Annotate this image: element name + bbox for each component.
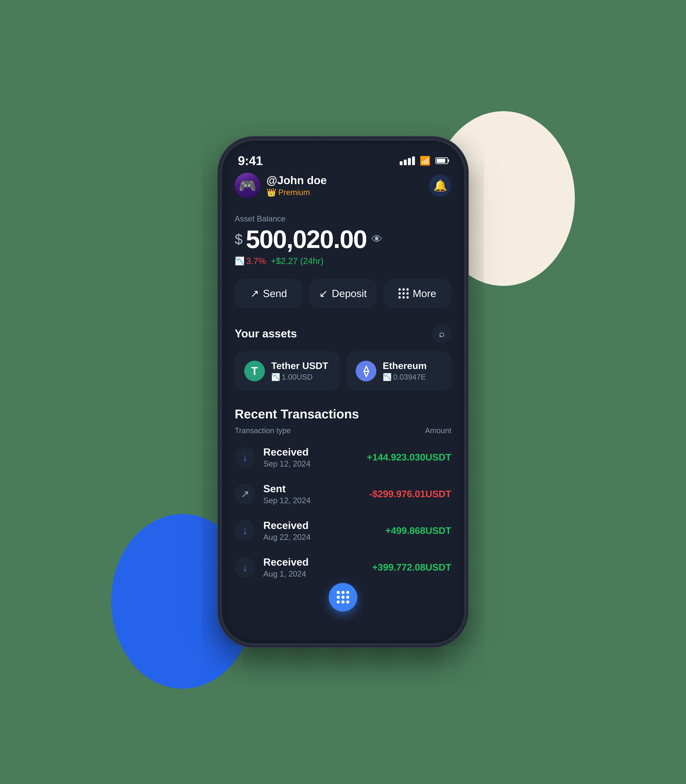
balance-change: 📉 3.7% +$2.27 (24hr) [235, 256, 451, 266]
battery-fill [437, 158, 445, 163]
ethereum-value: 📉 0.03947E [383, 372, 427, 381]
tx-date-2: Sep 12, 2024 [263, 496, 310, 505]
avatar: 🎮 [235, 173, 260, 198]
avatar-image: 🎮 [235, 173, 260, 198]
ethereum-name: Ethereum [383, 361, 427, 371]
signal-icon [400, 157, 415, 165]
more-label: More [413, 287, 436, 299]
asset-card-tether[interactable]: T Tether USDT 📉 1.00USD [235, 351, 340, 391]
ethereum-logo: ⟠ [356, 361, 376, 381]
search-button[interactable]: ⌕ [432, 324, 451, 343]
tether-info: Tether USDT 📉 1.00USD [271, 361, 328, 381]
tether-trend-icon: 📉 [271, 373, 280, 381]
phone-frame: 9:41 📶 🎮 [219, 138, 467, 646]
status-bar: 9:41 📶 [222, 141, 464, 173]
tx-amount-4: +399.772.08USDT [372, 562, 451, 573]
tether-logo: T [244, 361, 265, 381]
tx-amount-1: +144.923.030USDT [367, 452, 451, 463]
deposit-label: Deposit [332, 287, 367, 299]
transaction-item[interactable]: ↓ Received Aug 1, 2024 +399.772.08USDT [235, 551, 451, 583]
tether-symbol: T [251, 365, 258, 377]
phone-wrapper: 9:41 📶 🎮 [219, 138, 467, 646]
tether-price: 1.00USD [282, 372, 313, 381]
tx-amount-2: -$299.976.01USDT [369, 488, 451, 499]
send-label: Send [263, 287, 287, 299]
change-percent: 📉 3.7% [235, 256, 266, 266]
ethereum-trend-icon: 📉 [383, 373, 392, 381]
tx-col-amount-label: Amount [425, 426, 451, 435]
signal-bar-2 [404, 160, 407, 165]
tx-amount-3: +499.868USDT [385, 525, 451, 536]
user-info: 🎮 @John doe 👑 Premium [235, 173, 327, 198]
tx-date-4: Aug 1, 2024 [263, 569, 309, 578]
balance-row: $ 500,020.00 👁 [235, 227, 451, 252]
tx-date-3: Aug 22, 2024 [263, 532, 310, 542]
tx-type-2: Sent [263, 483, 310, 495]
signal-bar-1 [400, 161, 403, 165]
tx-type-3: Received [263, 519, 310, 531]
tx-details-1: Received Sep 12, 2024 [263, 446, 310, 469]
notification-button[interactable]: 🔔 [429, 175, 451, 197]
status-time: 9:41 [238, 154, 263, 168]
phone-content[interactable]: 🎮 @John doe 👑 Premium 🔔 Asset B [222, 173, 464, 643]
ethereum-symbol: ⟠ [363, 364, 369, 377]
assets-header: Your assets ⌕ [235, 324, 451, 343]
status-icons: 📶 [400, 156, 448, 166]
change-amount-value: +$2.27 (24hr) [271, 256, 323, 266]
search-icon: ⌕ [439, 328, 444, 339]
more-button[interactable]: More [383, 279, 451, 308]
transactions-title: Recent Transactions [235, 407, 451, 421]
received-arrow-icon-4: ↓ [242, 561, 248, 573]
header: 🎮 @John doe 👑 Premium 🔔 [235, 173, 451, 198]
tether-name: Tether USDT [271, 361, 328, 371]
transaction-item[interactable]: ↓ Received Sep 12, 2024 +144.923.030USDT [235, 441, 451, 473]
change-percent-value: 3.7% [246, 256, 266, 266]
tx-received-icon-1: ↓ [235, 447, 255, 467]
deposit-icon: ↙ [319, 287, 328, 299]
tx-sent-icon-2: ↗ [235, 483, 255, 504]
ethereum-price: 0.03947E [393, 372, 426, 381]
assets-title: Your assets [235, 327, 297, 340]
more-icon [399, 288, 409, 299]
received-arrow-icon-3: ↓ [242, 524, 248, 537]
tx-left-3: ↓ Received Aug 22, 2024 [235, 519, 310, 542]
trend-down-icon: 📉 [235, 256, 245, 266]
asset-card-ethereum[interactable]: ⟠ Ethereum 📉 0.03947E [346, 351, 451, 391]
send-button[interactable]: ↗ Send [235, 279, 303, 308]
fab-button[interactable] [329, 583, 357, 611]
tx-details-4: Received Aug 1, 2024 [263, 556, 309, 578]
tx-details-3: Received Aug 22, 2024 [263, 519, 310, 542]
user-text: @John doe 👑 Premium [266, 174, 327, 197]
visibility-toggle-icon[interactable]: 👁 [371, 233, 382, 245]
signal-bar-3 [408, 158, 411, 165]
balance-amount: 500,020.00 [246, 227, 367, 252]
deposit-button[interactable]: ↙ Deposit [309, 279, 377, 308]
transactions-header: Transaction type Amount [235, 426, 451, 435]
bell-icon: 🔔 [433, 179, 447, 192]
signal-bar-4 [412, 157, 415, 165]
tx-col-type-label: Transaction type [235, 426, 291, 435]
transactions-section: Recent Transactions Transaction type Amo… [235, 407, 451, 583]
fab-icon [336, 591, 350, 604]
transaction-item[interactable]: ↓ Received Aug 22, 2024 +499.868USDT [235, 514, 451, 547]
send-icon: ↗ [250, 287, 259, 299]
tx-type-4: Received [263, 556, 309, 568]
tx-received-icon-4: ↓ [235, 557, 255, 578]
username: @John doe [266, 174, 327, 186]
premium-label: Premium [278, 188, 310, 197]
tx-received-icon-3: ↓ [235, 520, 255, 541]
crown-icon: 👑 [266, 188, 276, 197]
tx-left-4: ↓ Received Aug 1, 2024 [235, 556, 309, 578]
battery-icon [435, 157, 448, 164]
action-buttons: ↗ Send ↙ Deposit [235, 279, 451, 308]
sent-arrow-icon: ↗ [241, 488, 249, 500]
tether-value: 📉 1.00USD [271, 372, 328, 381]
transaction-list: ↓ Received Sep 12, 2024 +144.923.030USDT [235, 441, 451, 583]
transaction-item[interactable]: ↗ Sent Sep 12, 2024 -$299.976.01USDT [235, 478, 451, 510]
tx-type-1: Received [263, 446, 310, 458]
tx-left-1: ↓ Received Sep 12, 2024 [235, 446, 310, 469]
balance-label: Asset Balance [235, 214, 451, 223]
ethereum-info: Ethereum 📉 0.03947E [383, 361, 427, 381]
tx-details-2: Sent Sep 12, 2024 [263, 483, 310, 505]
premium-badge: 👑 Premium [266, 188, 327, 197]
